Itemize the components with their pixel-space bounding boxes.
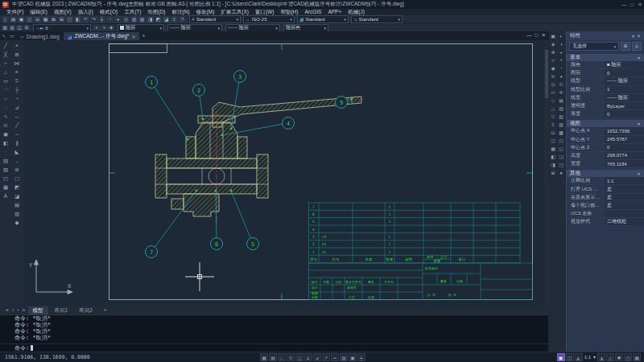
markup-set-icon[interactable]: ◪ (13, 191, 22, 200)
menu-item[interactable]: 帮助(H) (277, 9, 301, 15)
stretch-icon[interactable]: ↔ (13, 112, 22, 121)
scale-chevron-icon[interactable]: ▾ (592, 353, 597, 361)
join-icon[interactable]: ▢ (13, 174, 22, 183)
lineweight-dropdown[interactable]: —— 随层 ▾ (225, 24, 280, 32)
title-block-label[interactable]: 分区 (336, 280, 342, 284)
corner-br-icon[interactable]: ◲ (558, 153, 565, 161)
corner-tr-icon[interactable]: ◳ (558, 161, 565, 169)
balloon-icon[interactable]: ▣ (550, 32, 557, 40)
copy-clip-icon[interactable]: ⊞ (58, 16, 65, 23)
workspace-gear-icon[interactable]: ✱ (615, 353, 623, 361)
weld-symbol-icon[interactable]: ◉ (550, 64, 557, 72)
tab-model[interactable]: 模型 (28, 306, 48, 315)
bom-item-no[interactable]: 3 (312, 235, 315, 239)
open-icon[interactable]: ▤ (10, 16, 17, 23)
neck-shoulder-right[interactable] (237, 137, 247, 158)
title-block-label[interactable]: 阶段标记 (425, 266, 438, 271)
layer-dropdown[interactable]: ☼●▪ 0 ▾ (33, 24, 91, 32)
fullscreen-icon[interactable]: ▦ (633, 353, 641, 361)
menu-item[interactable]: 修改(M) (193, 9, 218, 15)
layout-quickview-icon[interactable]: ◫ (566, 353, 574, 361)
property-row[interactable]: 宽度765.1184 (567, 160, 644, 168)
bom-item-code[interactable]: a1 (322, 250, 327, 254)
named-views-icon[interactable]: ▤ (13, 200, 22, 209)
construction-icon[interactable]: ≡ (550, 121, 557, 129)
model-space-icon[interactable]: ▣ (557, 353, 565, 361)
ortho-icon[interactable]: ∟ (278, 353, 286, 361)
color-dropdown[interactable]: 随层 ▾ (118, 24, 164, 32)
rectangle-icon[interactable]: ▭ (2, 76, 10, 85)
qcalc-icon[interactable]: ≡ (171, 16, 178, 23)
object-track-icon[interactable]: ∠ (304, 353, 312, 361)
property-row[interactable]: 中心点 Y245.5787 (567, 136, 644, 144)
text-style-dropdown[interactable]: A Standard ▾ (189, 15, 241, 23)
centerline-icon[interactable]: ⊖ (550, 72, 557, 80)
bom-item-no[interactable]: 7 (312, 205, 315, 209)
dyn-input-icon[interactable]: ↗ (322, 353, 330, 361)
fillet-icon[interactable]: ◞ (13, 156, 22, 165)
datum-icon[interactable]: ◈ (550, 40, 557, 48)
dot-tool-icon[interactable]: ● (558, 169, 565, 177)
corner-tl-icon[interactable]: ◰ (558, 137, 565, 145)
section-other[interactable]: 其他 ▼ (567, 170, 644, 177)
balloon-number[interactable]: 5 (251, 241, 254, 248)
menu-item[interactable]: APP+ (324, 9, 345, 15)
clean-screen-icon[interactable]: ◳ (624, 353, 632, 361)
mleader-style-dropdown[interactable]: ↘ Standard ▾ (351, 15, 402, 23)
menu-item[interactable]: 格式(O) (97, 9, 121, 15)
title-block-label[interactable]: 重量 (440, 279, 447, 283)
bom-item-no[interactable]: 4 (312, 228, 315, 232)
bom-header[interactable]: 总计 (440, 255, 448, 259)
circle-icon[interactable]: ○ (2, 94, 10, 103)
menu-item[interactable]: 窗口(W) (252, 9, 277, 15)
revcloud-icon[interactable]: ◌ (2, 103, 10, 112)
title-block-icon[interactable]: ▭ (550, 88, 557, 97)
bottom-boss[interactable] (184, 194, 219, 216)
scale-value[interactable]: 1:1 (584, 353, 592, 361)
body-top-wall[interactable] (167, 158, 257, 168)
right-flange[interactable] (257, 154, 268, 198)
annotation-auto-icon[interactable]: ◬ (606, 353, 614, 361)
roughness-icon[interactable]: ▱ (550, 56, 557, 64)
doc-tab-active[interactable]: ◪ ZWCADM...- 序号.dwg* ✕ (64, 32, 140, 40)
doc-tab-drawing1[interactable]: ▱ Drawing1.dwg (16, 32, 64, 40)
property-row[interactable]: 每个视口都...是 (567, 202, 644, 210)
corner-bl-icon[interactable]: ◱ (558, 145, 565, 153)
layer-states-icon[interactable]: ▤ (9, 25, 15, 31)
hole-chart-icon[interactable]: ◎ (550, 80, 557, 88)
balloon-number[interactable]: 1 (150, 80, 153, 86)
title-block-label[interactable]: 处数 (324, 280, 330, 284)
cut-icon[interactable]: ⊠ (50, 16, 57, 23)
annotation-visibility-icon[interactable]: ◮ (597, 353, 605, 361)
tolerance-icon[interactable]: ⊕ (550, 48, 557, 56)
properties-icon[interactable]: ▥ (130, 16, 138, 23)
designcenter-icon[interactable]: ▧ (138, 16, 146, 23)
bom-item-no[interactable]: 5 (312, 220, 315, 224)
tab-list-icon[interactable]: ▭ (8, 33, 16, 40)
region-icon[interactable]: ◰ (2, 174, 10, 183)
undo-icon[interactable]: ↶ (82, 16, 89, 23)
ellipse-icon[interactable]: ⊙ (2, 121, 10, 130)
layer-walk-icon[interactable]: ◈ (108, 25, 114, 31)
menu-item[interactable]: 编辑(E) (27, 9, 51, 15)
quick-props-icon[interactable]: ▣ (349, 353, 357, 361)
render-icon[interactable]: ▥ (13, 209, 22, 218)
bom-item-no[interactable]: 6 (312, 212, 315, 216)
bom-item-qty[interactable]: 1 (389, 212, 391, 216)
shade-right-icon[interactable]: ◨ (550, 161, 557, 169)
menu-item[interactable]: 绘图(D) (145, 9, 169, 15)
title-block-label[interactable]: 标记 (312, 280, 318, 285)
ducs-icon[interactable]: ⊿ (313, 353, 321, 361)
table-tool-icon[interactable]: ▦ (550, 145, 557, 153)
doc-close-button[interactable]: ✕ (542, 32, 546, 39)
zoom-realtime-icon[interactable]: ◔ (106, 16, 114, 23)
rotate-icon[interactable]: ◔ (13, 94, 22, 103)
pan-icon[interactable]: ┼ (98, 16, 105, 23)
tab-layout2[interactable]: 布局2 (74, 306, 97, 315)
tab-menu-icon[interactable]: ↖ (0, 33, 8, 40)
title-block-label[interactable]: 更改文件号 (345, 280, 361, 284)
property-row[interactable]: 视觉样式二维线框 (567, 218, 644, 226)
symbol-up-icon[interactable]: △ (550, 105, 557, 113)
command-window[interactable]: 命令: *取消*命令: *取消*命令: *取消*命令: *取消* 命令: (0, 315, 548, 352)
title-block-label[interactable]: 标准化 (347, 286, 357, 290)
